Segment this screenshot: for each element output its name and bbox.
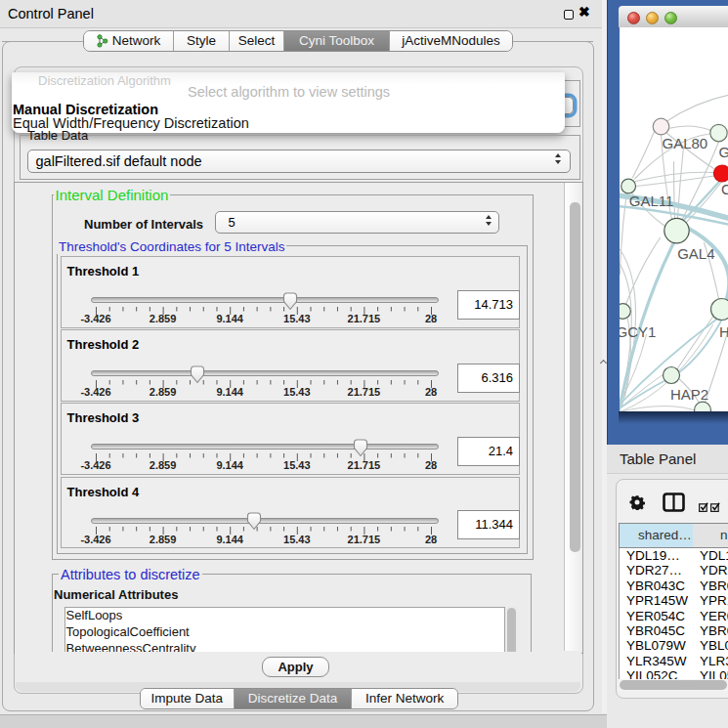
- svg-text:GAL80: GAL80: [663, 135, 708, 151]
- svg-text:GAL11: GAL11: [629, 193, 674, 209]
- svg-text:G.: G.: [719, 143, 728, 159]
- svg-text:C: C: [721, 181, 728, 197]
- svg-text:GCY1: GCY1: [620, 322, 656, 339]
- svg-text:H: H: [719, 322, 728, 339]
- svg-text:GAL4: GAL4: [677, 244, 714, 261]
- svg-text:HAP2: HAP2: [670, 385, 708, 402]
